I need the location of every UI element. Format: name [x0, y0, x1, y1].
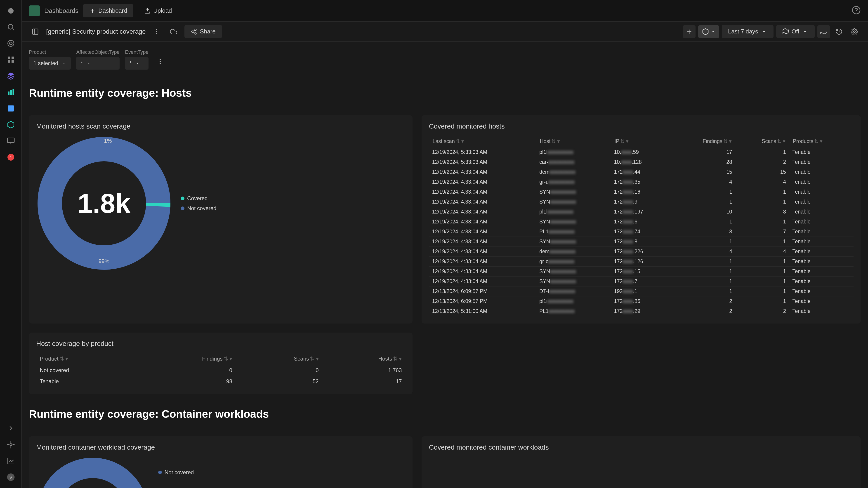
section-header-hosts: Runtime entity coverage: Hosts [29, 73, 861, 106]
monitor-icon[interactable] [5, 135, 16, 147]
svg-rect-5 [11, 57, 14, 59]
filter-product-select[interactable]: 1 selected [29, 57, 71, 70]
svg-rect-7 [11, 60, 14, 63]
svg-rect-9 [10, 90, 12, 95]
table-row[interactable]: 12/19/2024, 4:33:04 AMSYNxxxxxxxxxx172xx… [429, 197, 854, 207]
upload-button[interactable]: Upload [138, 4, 178, 18]
settings-icon[interactable] [5, 439, 16, 450]
table-row[interactable]: 12/19/2024, 4:33:04 AMSYNxxxxxxxxxx172xx… [429, 276, 854, 287]
table-row[interactable]: 12/19/2024, 4:33:04 AMSYNxxxxxxxxxx172xx… [429, 217, 854, 227]
dashboard-logo-icon [29, 5, 40, 16]
col-scans[interactable]: Scans⇅ ▾ [236, 353, 322, 365]
svg-rect-12 [7, 138, 14, 143]
alert-icon[interactable] [5, 152, 16, 163]
table-row[interactable]: Not covered001,763 [36, 365, 405, 376]
legend-item-covered[interactable]: Covered [181, 195, 216, 201]
analytics-icon[interactable] [5, 455, 16, 466]
table-row[interactable]: 12/19/2024, 5:33:03 AMcar-xxxxxxxxxx10.x… [429, 157, 854, 167]
col-ip[interactable]: IP⇅ ▾ [611, 135, 673, 147]
table-row[interactable]: 12/19/2024, 4:33:04 AMSYNxxxxxxxxxx172xx… [429, 237, 854, 247]
col-host[interactable]: Host⇅ ▾ [536, 135, 611, 147]
help-icon[interactable] [852, 6, 861, 16]
svg-point-19 [156, 29, 157, 30]
table-row[interactable]: 12/19/2024, 4:33:04 AMSYNxxxxxxxxxx172xx… [429, 267, 854, 276]
legend-item-not-covered[interactable]: Not covered [181, 205, 216, 212]
svg-point-0 [8, 8, 13, 13]
sidebar-logo-icon[interactable] [5, 5, 16, 16]
settings-gear-icon[interactable] [848, 25, 861, 38]
apps-icon[interactable] [5, 54, 16, 65]
table-row[interactable]: 12/13/2024, 6:09:57 PMDT-Ixxxxxxxxxx192x… [429, 287, 854, 296]
panel-title: Monitored container workload coverage [36, 444, 405, 451]
share-button[interactable]: Share [184, 25, 222, 38]
target-icon[interactable] [5, 38, 16, 49]
plus-icon [89, 8, 96, 14]
table-row[interactable]: 12/19/2024, 4:33:04 AMgr-uxxxxxxxxxx172x… [429, 177, 854, 187]
user-avatar[interactable]: V [5, 472, 16, 483]
svg-point-25 [854, 31, 855, 33]
col-products[interactable]: Products⇅ ▾ [789, 135, 854, 147]
sidebar-toggle-icon[interactable] [29, 25, 41, 38]
cube-icon [702, 28, 709, 35]
col-findings[interactable]: Findings⇅ ▾ [673, 135, 735, 147]
view-mode-button[interactable] [698, 25, 719, 38]
breadcrumb-dashboards[interactable]: Dashboards [44, 7, 79, 14]
chevron-down-icon [802, 29, 808, 35]
table-row[interactable]: 12/13/2024, 6:09:57 PMpl1ixxxxxxxxxx172x… [429, 296, 854, 306]
legend-item-not-covered[interactable]: Not covered [158, 469, 194, 476]
cloud-sync-icon[interactable] [167, 25, 180, 38]
hex-icon[interactable] [5, 119, 16, 130]
pct-top: 1% [104, 138, 112, 144]
svg-point-26 [160, 59, 161, 60]
col-product[interactable]: Product⇅ ▾ [36, 353, 135, 365]
new-dashboard-button[interactable]: Dashboard [83, 4, 133, 18]
search-icon[interactable] [5, 22, 16, 33]
auto-refresh-button[interactable]: Off [776, 25, 815, 38]
col-findings[interactable]: Findings⇅ ▾ [135, 353, 236, 365]
svg-rect-11 [8, 105, 14, 111]
history-icon[interactable] [833, 25, 845, 38]
table-row[interactable]: 12/19/2024, 4:33:04 AMPL1xxxxxxxxxx172xx… [429, 227, 854, 237]
svg-point-27 [160, 61, 161, 62]
refresh-icon [782, 29, 789, 35]
time-range-button[interactable]: Last 7 days [722, 25, 774, 38]
filter-affected-select[interactable]: * [76, 57, 120, 70]
chart-icon[interactable] [5, 87, 16, 98]
svg-rect-18 [33, 29, 38, 34]
upload-icon [144, 8, 151, 14]
layers-icon[interactable] [5, 70, 16, 81]
filters-bar: Product 1 selected AffectedObjectType * … [22, 41, 868, 73]
section-header-containers: Runtime entity coverage: Container workl… [29, 394, 861, 427]
table-row[interactable]: 12/19/2024, 4:33:04 AMdemxxxxxxxxxx172xx… [429, 247, 854, 257]
svg-point-24 [195, 33, 196, 34]
table-row[interactable]: 12/19/2024, 5:33:03 AMpl1lxxxxxxxxxx10.x… [429, 147, 854, 157]
col-scans[interactable]: Scans⇅ ▾ [735, 135, 789, 147]
panel-title: Covered monitored hosts [429, 123, 854, 130]
col-hosts[interactable]: Hosts⇅ ▾ [322, 353, 405, 365]
more-filters-icon[interactable] [154, 55, 166, 68]
table-row[interactable]: 12/19/2024, 4:33:04 AMpl1lxxxxxxxxxx172x… [429, 207, 854, 217]
more-menu-icon[interactable] [150, 25, 163, 38]
filter-label-event: EventType [125, 49, 149, 55]
chevron-down-icon [761, 29, 767, 35]
grid-icon[interactable] [5, 103, 16, 114]
donut-center-value: 1.8k [78, 188, 130, 219]
add-button[interactable] [683, 25, 695, 38]
donut-chart[interactable]: 1.8k 1% 99% [36, 135, 172, 271]
svg-point-31 [48, 468, 138, 488]
table-row[interactable]: 12/19/2024, 4:33:04 AMgr-cxxxxxxxxxx172x… [429, 257, 854, 267]
col-last-scan[interactable]: Last scan⇅ ▾ [429, 135, 536, 147]
filter-event-select[interactable]: * [125, 57, 149, 70]
filter-label-affected: AffectedObjectType [76, 49, 120, 55]
svg-point-21 [156, 33, 157, 34]
legend: Covered Not covered [181, 195, 216, 212]
panel-title: Monitored hosts scan coverage [36, 123, 405, 130]
table-row[interactable]: 12/19/2024, 4:33:04 AMdemxxxxxxxxxx172xx… [429, 167, 854, 177]
table-row[interactable]: 12/19/2024, 4:33:04 AMSYNxxxxxxxxxx172xx… [429, 187, 854, 197]
legend-dot [158, 470, 162, 474]
expand-icon[interactable] [5, 423, 16, 434]
refresh-now-button[interactable] [817, 25, 830, 38]
share-icon [191, 29, 197, 35]
table-row[interactable]: Tenable985217 [36, 376, 405, 387]
table-row[interactable]: 12/13/2024, 5:31:00 AMPL1xxxxxxxxxx172xx… [429, 306, 854, 316]
